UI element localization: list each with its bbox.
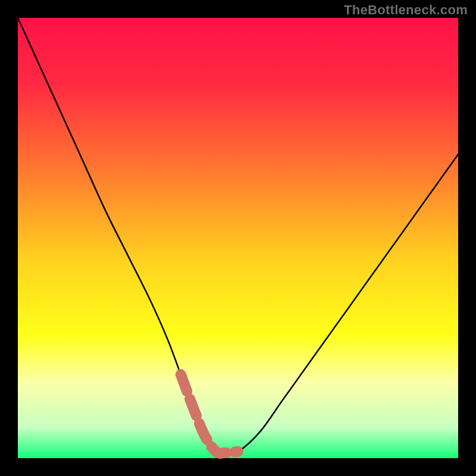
plot-background xyxy=(18,18,458,458)
watermark-label: TheBottleneck.com xyxy=(344,2,468,18)
chart-container: TheBottleneck.com xyxy=(0,0,476,476)
bottleneck-chart xyxy=(0,0,476,476)
